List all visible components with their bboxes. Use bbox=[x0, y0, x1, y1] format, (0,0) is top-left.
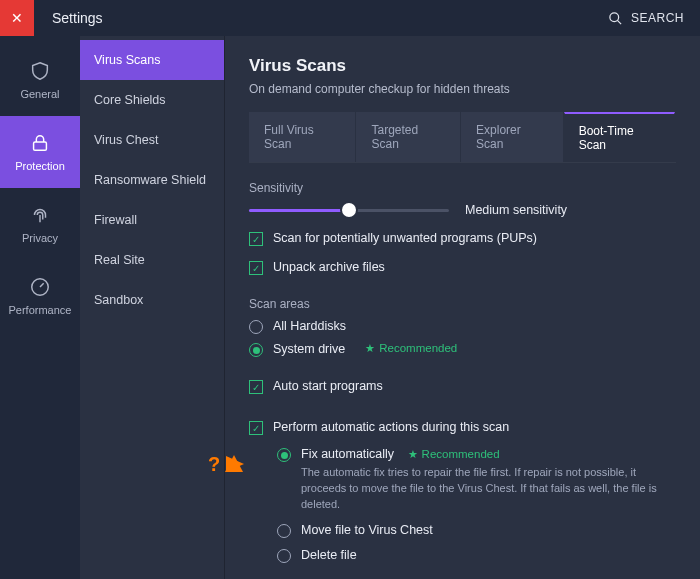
search-button[interactable]: SEARCH bbox=[608, 11, 684, 26]
fingerprint-icon bbox=[29, 204, 51, 226]
rail-label: Performance bbox=[9, 304, 72, 316]
svg-rect-2 bbox=[34, 142, 47, 150]
radio-fix-auto[interactable] bbox=[277, 448, 291, 462]
checkbox-auto-actions-label: Perform automatic actions during this sc… bbox=[273, 420, 509, 434]
rail-performance[interactable]: Performance bbox=[0, 260, 80, 332]
sidebar-item-sandbox[interactable]: Sandbox bbox=[80, 280, 224, 320]
tab-targeted-scan[interactable]: Targeted Scan bbox=[356, 112, 460, 162]
sensitivity-value: Medium sensitivity bbox=[465, 203, 567, 217]
close-button[interactable]: ✕ bbox=[0, 0, 34, 36]
fix-auto-description: The automatic fix tries to repair the fi… bbox=[301, 465, 676, 513]
sidebar-item-firewall[interactable]: Firewall bbox=[80, 200, 224, 240]
tab-bar: Full Virus Scan Targeted Scan Explorer S… bbox=[249, 112, 676, 163]
checkbox-autostart[interactable]: ✓ bbox=[249, 380, 263, 394]
sidebar-item-core-shields[interactable]: Core Shields bbox=[80, 80, 224, 120]
tab-explorer-scan[interactable]: Explorer Scan bbox=[461, 112, 563, 162]
shield-icon bbox=[29, 60, 51, 82]
recommended-badge: Recommended bbox=[408, 448, 500, 460]
sensitivity-slider[interactable] bbox=[249, 209, 449, 212]
checkbox-unpack[interactable]: ✓ bbox=[249, 261, 263, 275]
sidebar-item-virus-scans[interactable]: Virus Scans bbox=[80, 40, 224, 80]
sidebar-item-real-site[interactable]: Real Site bbox=[80, 240, 224, 280]
checkbox-unpack-label: Unpack archive files bbox=[273, 260, 385, 274]
search-label: SEARCH bbox=[631, 11, 684, 25]
rail-protection[interactable]: Protection bbox=[0, 116, 80, 188]
radio-move-chest[interactable] bbox=[277, 524, 291, 538]
checkbox-auto-actions[interactable]: ✓ bbox=[249, 421, 263, 435]
radio-system-drive[interactable] bbox=[249, 343, 263, 357]
sidebar-item-virus-chest[interactable]: Virus Chest bbox=[80, 120, 224, 160]
scan-areas-label: Scan areas bbox=[249, 297, 676, 311]
sidebar: Virus Scans Core Shields Virus Chest Ran… bbox=[80, 36, 225, 579]
radio-all-harddisks-label: All Harddisks bbox=[273, 319, 346, 333]
rail-general[interactable]: General bbox=[0, 44, 80, 116]
checkbox-pups[interactable]: ✓ bbox=[249, 232, 263, 246]
radio-all-harddisks[interactable] bbox=[249, 320, 263, 334]
top-bar: ✕ Settings SEARCH bbox=[0, 0, 700, 36]
svg-line-1 bbox=[617, 20, 621, 24]
gauge-icon bbox=[29, 276, 51, 298]
nav-rail: General Protection Privacy Performance bbox=[0, 36, 80, 579]
sidebar-item-ransomware-shield[interactable]: Ransomware Shield bbox=[80, 160, 224, 200]
page-subtitle: On demand computer checkup for hidden th… bbox=[249, 82, 676, 96]
tab-boot-time-scan[interactable]: Boot-Time Scan bbox=[564, 112, 675, 162]
radio-fix-auto-label: Fix automatically bbox=[301, 447, 394, 461]
tab-full-virus-scan[interactable]: Full Virus Scan bbox=[249, 112, 355, 162]
radio-delete-file-label: Delete file bbox=[301, 548, 357, 562]
rail-label: General bbox=[20, 88, 59, 100]
sensitivity-label: Sensitivity bbox=[249, 181, 676, 195]
checkbox-pups-label: Scan for potentially unwanted programs (… bbox=[273, 231, 537, 245]
search-icon bbox=[608, 11, 623, 26]
lock-icon bbox=[29, 132, 51, 154]
radio-system-drive-label: System drive bbox=[273, 342, 345, 356]
page-title: Virus Scans bbox=[249, 56, 676, 76]
slider-knob-icon[interactable] bbox=[342, 203, 356, 217]
rail-privacy[interactable]: Privacy bbox=[0, 188, 80, 260]
main-panel: Virus Scans On demand computer checkup f… bbox=[225, 36, 700, 579]
radio-move-chest-label: Move file to Virus Chest bbox=[301, 523, 433, 537]
rail-label: Privacy bbox=[22, 232, 58, 244]
close-icon: ✕ bbox=[11, 10, 23, 26]
window-title: Settings bbox=[52, 10, 103, 26]
checkbox-autostart-label: Auto start programs bbox=[273, 379, 383, 393]
recommended-badge: Recommended bbox=[365, 342, 457, 355]
rail-label: Protection bbox=[15, 160, 65, 172]
radio-delete-file[interactable] bbox=[277, 549, 291, 563]
svg-point-0 bbox=[610, 12, 619, 21]
